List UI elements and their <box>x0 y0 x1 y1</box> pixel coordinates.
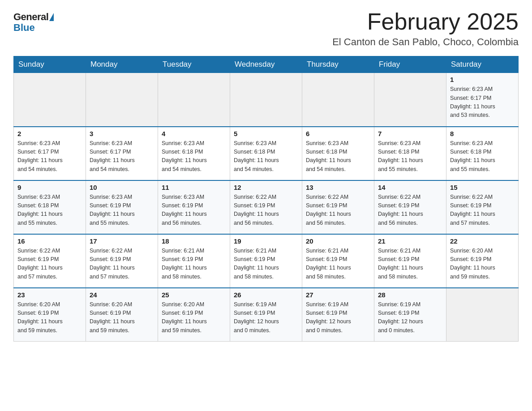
calendar-cell: 3Sunrise: 6:23 AM Sunset: 6:17 PM Daylig… <box>86 127 158 180</box>
day-info: Sunrise: 6:20 AM Sunset: 6:19 PM Dayligh… <box>90 300 154 335</box>
calendar-cell: 14Sunrise: 6:22 AM Sunset: 6:19 PM Dayli… <box>374 180 446 234</box>
day-number: 11 <box>162 184 226 191</box>
calendar-cell: 24Sunrise: 6:20 AM Sunset: 6:19 PM Dayli… <box>86 288 158 342</box>
day-number: 20 <box>306 237 370 245</box>
month-year-title: February 2025 <box>332 9 519 34</box>
logo-blue-text: Blue <box>13 22 35 34</box>
day-info: Sunrise: 6:19 AM Sunset: 6:19 PM Dayligh… <box>378 300 442 335</box>
calendar-cell: 7Sunrise: 6:23 AM Sunset: 6:18 PM Daylig… <box>374 127 446 180</box>
day-number: 7 <box>378 130 442 137</box>
day-info: Sunrise: 6:23 AM Sunset: 6:19 PM Dayligh… <box>90 193 154 228</box>
logo: General Blue <box>13 9 54 34</box>
calendar-cell: 8Sunrise: 6:23 AM Sunset: 6:18 PM Daylig… <box>446 127 519 180</box>
calendar-cell: 10Sunrise: 6:23 AM Sunset: 6:19 PM Dayli… <box>86 180 158 234</box>
calendar-cell: 25Sunrise: 6:20 AM Sunset: 6:19 PM Dayli… <box>158 288 230 342</box>
calendar-cell: 18Sunrise: 6:21 AM Sunset: 6:19 PM Dayli… <box>158 234 230 288</box>
calendar-cell: 11Sunrise: 6:23 AM Sunset: 6:19 PM Dayli… <box>158 180 230 234</box>
calendar-cell: 21Sunrise: 6:21 AM Sunset: 6:19 PM Dayli… <box>374 234 446 288</box>
weekday-header-thursday: Thursday <box>302 56 374 73</box>
day-number: 3 <box>90 130 154 137</box>
title-area: February 2025 El Canton de San Pablo, Ch… <box>332 9 519 48</box>
calendar-cell: 15Sunrise: 6:22 AM Sunset: 6:19 PM Dayli… <box>446 180 519 234</box>
weekday-header-tuesday: Tuesday <box>158 56 230 73</box>
page-header: General Blue February 2025 El Canton de … <box>13 9 519 48</box>
day-number: 22 <box>450 237 515 245</box>
day-number: 25 <box>162 291 226 299</box>
calendar-week-row: 2Sunrise: 6:23 AM Sunset: 6:17 PM Daylig… <box>14 127 519 180</box>
logo-general-text: General <box>13 11 48 23</box>
day-number: 13 <box>306 184 370 191</box>
calendar-cell: 6Sunrise: 6:23 AM Sunset: 6:18 PM Daylig… <box>302 127 374 180</box>
calendar-cell <box>374 73 446 127</box>
calendar-cell <box>230 73 302 127</box>
day-number: 19 <box>234 237 298 245</box>
calendar-week-row: 16Sunrise: 6:22 AM Sunset: 6:19 PM Dayli… <box>14 234 519 288</box>
day-info: Sunrise: 6:22 AM Sunset: 6:19 PM Dayligh… <box>17 247 82 282</box>
day-info: Sunrise: 6:23 AM Sunset: 6:18 PM Dayligh… <box>450 139 515 174</box>
calendar-week-row: 9Sunrise: 6:23 AM Sunset: 6:18 PM Daylig… <box>14 180 519 234</box>
day-info: Sunrise: 6:22 AM Sunset: 6:19 PM Dayligh… <box>306 193 370 228</box>
day-info: Sunrise: 6:20 AM Sunset: 6:19 PM Dayligh… <box>17 300 82 335</box>
calendar-cell: 5Sunrise: 6:23 AM Sunset: 6:18 PM Daylig… <box>230 127 302 180</box>
day-number: 6 <box>306 130 370 137</box>
day-info: Sunrise: 6:20 AM Sunset: 6:19 PM Dayligh… <box>450 247 515 282</box>
weekday-header-row: SundayMondayTuesdayWednesdayThursdayFrid… <box>14 56 519 73</box>
calendar-cell <box>158 73 230 127</box>
day-number: 24 <box>90 291 154 299</box>
day-info: Sunrise: 6:23 AM Sunset: 6:17 PM Dayligh… <box>90 139 154 174</box>
day-number: 4 <box>162 130 226 137</box>
day-info: Sunrise: 6:23 AM Sunset: 6:18 PM Dayligh… <box>378 139 442 174</box>
calendar-cell: 23Sunrise: 6:20 AM Sunset: 6:19 PM Dayli… <box>14 288 86 342</box>
calendar-cell <box>446 288 519 342</box>
day-info: Sunrise: 6:23 AM Sunset: 6:18 PM Dayligh… <box>17 193 82 228</box>
calendar-cell: 22Sunrise: 6:20 AM Sunset: 6:19 PM Dayli… <box>446 234 519 288</box>
calendar-cell: 26Sunrise: 6:19 AM Sunset: 6:19 PM Dayli… <box>230 288 302 342</box>
day-number: 5 <box>234 130 298 137</box>
day-info: Sunrise: 6:22 AM Sunset: 6:19 PM Dayligh… <box>90 247 154 282</box>
day-number: 26 <box>234 291 298 299</box>
weekday-header-wednesday: Wednesday <box>230 56 302 73</box>
day-number: 12 <box>234 184 298 191</box>
day-number: 14 <box>378 184 442 191</box>
day-number: 1 <box>450 76 515 83</box>
calendar-cell <box>302 73 374 127</box>
calendar-cell: 19Sunrise: 6:21 AM Sunset: 6:19 PM Dayli… <box>230 234 302 288</box>
calendar-table: SundayMondayTuesdayWednesdayThursdayFrid… <box>13 56 519 342</box>
day-info: Sunrise: 6:23 AM Sunset: 6:17 PM Dayligh… <box>17 139 82 174</box>
day-info: Sunrise: 6:21 AM Sunset: 6:19 PM Dayligh… <box>378 247 442 282</box>
day-info: Sunrise: 6:19 AM Sunset: 6:19 PM Dayligh… <box>306 300 370 335</box>
day-number: 23 <box>17 291 82 299</box>
weekday-header-saturday: Saturday <box>446 56 519 73</box>
calendar-cell <box>86 73 158 127</box>
calendar-cell: 1Sunrise: 6:23 AM Sunset: 6:17 PM Daylig… <box>446 73 519 127</box>
calendar-week-row: 1Sunrise: 6:23 AM Sunset: 6:17 PM Daylig… <box>14 73 519 127</box>
day-info: Sunrise: 6:20 AM Sunset: 6:19 PM Dayligh… <box>162 300 226 335</box>
day-info: Sunrise: 6:23 AM Sunset: 6:18 PM Dayligh… <box>234 139 298 174</box>
calendar-cell: 2Sunrise: 6:23 AM Sunset: 6:17 PM Daylig… <box>14 127 86 180</box>
day-number: 21 <box>378 237 442 245</box>
day-info: Sunrise: 6:22 AM Sunset: 6:19 PM Dayligh… <box>378 193 442 228</box>
location-subtitle: El Canton de San Pablo, Choco, Colombia <box>332 36 519 48</box>
calendar-cell: 28Sunrise: 6:19 AM Sunset: 6:19 PM Dayli… <box>374 288 446 342</box>
day-info: Sunrise: 6:21 AM Sunset: 6:19 PM Dayligh… <box>306 247 370 282</box>
day-number: 27 <box>306 291 370 299</box>
calendar-cell: 17Sunrise: 6:22 AM Sunset: 6:19 PM Dayli… <box>86 234 158 288</box>
calendar-cell: 4Sunrise: 6:23 AM Sunset: 6:18 PM Daylig… <box>158 127 230 180</box>
day-number: 2 <box>17 130 82 137</box>
day-info: Sunrise: 6:23 AM Sunset: 6:17 PM Dayligh… <box>450 85 515 120</box>
day-number: 8 <box>450 130 515 137</box>
calendar-week-row: 23Sunrise: 6:20 AM Sunset: 6:19 PM Dayli… <box>14 288 519 342</box>
weekday-header-monday: Monday <box>86 56 158 73</box>
day-info: Sunrise: 6:22 AM Sunset: 6:19 PM Dayligh… <box>450 193 515 228</box>
logo-triangle-icon <box>49 13 54 21</box>
calendar-cell: 16Sunrise: 6:22 AM Sunset: 6:19 PM Dayli… <box>14 234 86 288</box>
day-info: Sunrise: 6:22 AM Sunset: 6:19 PM Dayligh… <box>234 193 298 228</box>
day-info: Sunrise: 6:21 AM Sunset: 6:19 PM Dayligh… <box>162 247 226 282</box>
day-number: 15 <box>450 184 515 191</box>
day-info: Sunrise: 6:19 AM Sunset: 6:19 PM Dayligh… <box>234 300 298 335</box>
day-number: 28 <box>378 291 442 299</box>
day-number: 10 <box>90 184 154 191</box>
day-info: Sunrise: 6:23 AM Sunset: 6:19 PM Dayligh… <box>162 193 226 228</box>
day-number: 9 <box>17 184 82 191</box>
day-number: 16 <box>17 237 82 245</box>
